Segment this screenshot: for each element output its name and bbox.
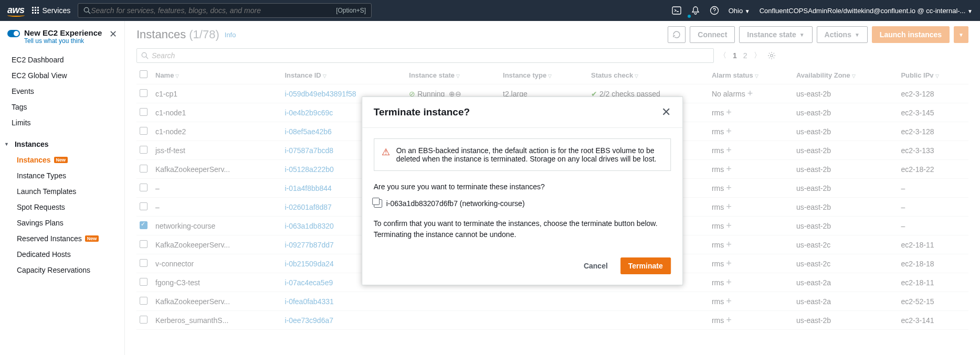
close-icon[interactable]: ✕ bbox=[109, 28, 117, 40]
column-header[interactable]: Status check▽ bbox=[588, 66, 709, 84]
row-checkbox[interactable] bbox=[140, 89, 147, 97]
row-checkbox[interactable] bbox=[140, 278, 147, 286]
sidebar-item-tags[interactable]: Tags bbox=[0, 99, 124, 115]
cell-az: us-east-2b bbox=[793, 84, 898, 103]
add-alarm-icon[interactable]: + bbox=[726, 277, 732, 287]
column-header[interactable]: Instance state▽ bbox=[406, 66, 500, 84]
row-checkbox[interactable] bbox=[140, 184, 147, 191]
cancel-button[interactable]: Cancel bbox=[576, 257, 615, 274]
add-alarm-icon[interactable]: + bbox=[726, 201, 732, 212]
cell-status-check bbox=[588, 292, 709, 311]
cell-instance-id[interactable]: i-0ee73c9d6a7 bbox=[281, 311, 406, 330]
cell-state bbox=[406, 311, 500, 330]
sidebar-item-events[interactable]: Events bbox=[0, 83, 124, 99]
sidebar-item-instances[interactable]: InstancesNew bbox=[0, 152, 124, 168]
copy-icon[interactable] bbox=[374, 199, 382, 208]
add-alarm-icon[interactable]: + bbox=[726, 164, 732, 174]
terminate-button[interactable]: Terminate bbox=[620, 257, 671, 274]
connect-button[interactable]: Connect bbox=[690, 26, 735, 43]
sidebar-item-savings-plans[interactable]: Savings Plans bbox=[0, 215, 124, 231]
cell-az: us-east-2a bbox=[793, 292, 898, 311]
add-alarm-icon[interactable]: + bbox=[726, 315, 732, 325]
aws-logo[interactable]: aws bbox=[7, 5, 25, 17]
account-menu[interactable]: ConfluentCOPSAdminRole/dwittekind@conflu… bbox=[760, 7, 973, 15]
sidebar-item-dedicated-hosts[interactable]: Dedicated Hosts bbox=[0, 246, 124, 262]
cell-instance-id[interactable]: i-0fea0fab4331 bbox=[281, 292, 406, 311]
add-alarm-icon[interactable]: + bbox=[726, 239, 732, 250]
close-icon[interactable]: ✕ bbox=[661, 105, 671, 119]
row-checkbox[interactable] bbox=[140, 127, 147, 135]
table-row[interactable]: Kerberos_sumanthS...i-0ee73c9d6a7rms +us… bbox=[136, 311, 968, 330]
region-selector[interactable]: Ohio ▼ bbox=[729, 7, 750, 15]
services-label: Services bbox=[43, 6, 71, 15]
sidebar-item-instance-types[interactable]: Instance Types bbox=[0, 168, 124, 184]
add-alarm-icon[interactable]: + bbox=[726, 220, 732, 231]
row-checkbox[interactable] bbox=[140, 316, 147, 324]
row-checkbox[interactable] bbox=[140, 297, 147, 305]
page-next[interactable]: 〉 bbox=[754, 51, 761, 60]
row-checkbox[interactable] bbox=[140, 221, 147, 229]
cell-name: – bbox=[152, 179, 281, 198]
launch-instances-button[interactable]: Launch instances bbox=[872, 26, 950, 43]
row-checkbox[interactable] bbox=[140, 240, 147, 248]
sidebar-item-launch-templates[interactable]: Launch Templates bbox=[0, 184, 124, 199]
column-header[interactable]: Instance type▽ bbox=[500, 66, 588, 84]
row-checkbox[interactable] bbox=[140, 108, 147, 116]
page-1[interactable]: 1 bbox=[733, 51, 737, 60]
cell-alarm: rms + bbox=[709, 122, 793, 141]
sidebar-item-ec2-dashboard[interactable]: EC2 Dashboard bbox=[0, 52, 124, 68]
global-search[interactable]: [Option+S] bbox=[78, 3, 372, 18]
svg-rect-4 bbox=[35, 9, 36, 11]
row-checkbox[interactable] bbox=[140, 202, 147, 210]
column-header[interactable]: Instance ID▽ bbox=[281, 66, 406, 84]
global-search-input[interactable] bbox=[91, 6, 336, 15]
add-alarm-icon[interactable]: + bbox=[726, 145, 732, 155]
experience-toggle[interactable] bbox=[7, 30, 20, 37]
add-alarm-icon[interactable]: + bbox=[726, 126, 732, 136]
table-search-input[interactable] bbox=[152, 51, 709, 60]
launch-dropdown-button[interactable]: ▼ bbox=[954, 26, 968, 43]
add-alarm-icon[interactable]: + bbox=[726, 258, 732, 268]
add-alarm-icon[interactable]: + bbox=[747, 88, 753, 99]
table-search[interactable] bbox=[136, 48, 714, 63]
column-header[interactable]: Availability Zone▽ bbox=[793, 66, 898, 84]
svg-rect-2 bbox=[37, 7, 39, 8]
sidebar-item-reserved-instances[interactable]: Reserved InstancesNew bbox=[0, 231, 124, 246]
notifications-icon[interactable] bbox=[691, 6, 700, 15]
page-2[interactable]: 2 bbox=[743, 51, 747, 60]
sidebar-section-instances[interactable]: Instances bbox=[0, 131, 124, 152]
help-icon[interactable] bbox=[710, 6, 719, 15]
actions-dropdown[interactable]: Actions▼ bbox=[817, 26, 868, 43]
column-header[interactable]: Name▽ bbox=[152, 66, 281, 84]
banner-feedback-link[interactable]: Tell us what you think bbox=[24, 37, 102, 45]
sidebar-item-ec2-global-view[interactable]: EC2 Global View bbox=[0, 68, 124, 83]
settings-icon[interactable] bbox=[767, 51, 776, 60]
row-checkbox[interactable] bbox=[140, 259, 147, 267]
services-menu[interactable]: Services bbox=[32, 6, 71, 15]
cell-name: c1-node2 bbox=[152, 122, 281, 141]
cloudshell-icon[interactable] bbox=[672, 6, 681, 15]
instance-state-dropdown[interactable]: Instance state▼ bbox=[739, 26, 812, 43]
sidebar-item-spot-requests[interactable]: Spot Requests bbox=[0, 199, 124, 215]
row-checkbox[interactable] bbox=[140, 165, 147, 173]
cell-az: us-east-2b bbox=[793, 179, 898, 198]
sidebar-item-capacity-reservations[interactable]: Capacity Reservations bbox=[0, 262, 124, 278]
table-row[interactable]: KafkaZookeeperServ...i-0fea0fab4331rms +… bbox=[136, 292, 968, 311]
column-header[interactable]: Public IPv▽ bbox=[898, 66, 968, 84]
page-prev[interactable]: 〈 bbox=[719, 51, 726, 60]
refresh-button[interactable] bbox=[668, 26, 686, 43]
select-all-checkbox[interactable] bbox=[140, 70, 147, 78]
add-alarm-icon[interactable]: + bbox=[726, 182, 732, 193]
add-alarm-icon[interactable]: + bbox=[726, 107, 732, 117]
info-link[interactable]: Info bbox=[225, 31, 236, 39]
cell-alarm: rms + bbox=[709, 179, 793, 198]
cell-az: us-east-2a bbox=[793, 273, 898, 292]
cell-ip: ec2-3-145 bbox=[898, 103, 968, 122]
sidebar-item-limits[interactable]: Limits bbox=[0, 115, 124, 131]
cell-alarm: rms + bbox=[709, 141, 793, 160]
cell-name: KafkaZookeeperServ... bbox=[152, 235, 281, 254]
column-header[interactable]: Alarm status▽ bbox=[709, 66, 793, 84]
top-nav: aws Services [Option+S] Ohio ▼ Confluent… bbox=[0, 0, 980, 21]
row-checkbox[interactable] bbox=[140, 146, 147, 154]
add-alarm-icon[interactable]: + bbox=[726, 296, 732, 306]
